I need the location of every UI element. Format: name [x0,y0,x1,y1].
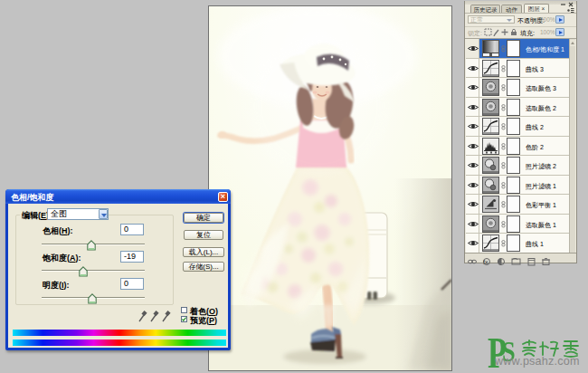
svg-text:fx: fx [483,259,488,265]
